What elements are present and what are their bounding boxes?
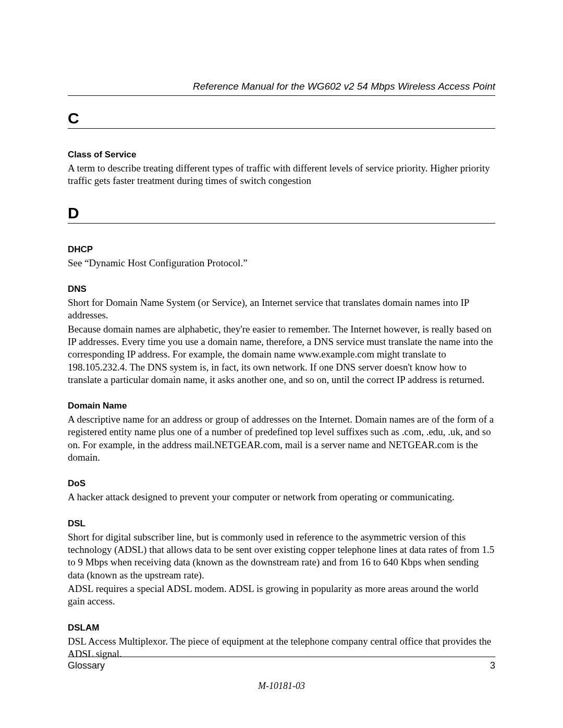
footer-document-number: M-10181-03 xyxy=(68,681,495,692)
glossary-entry: DoS A hacker attack designed to prevent … xyxy=(68,478,495,503)
footer-row: Glossary 3 xyxy=(68,657,495,671)
definition-paragraph: ADSL requires a special ADSL modem. ADSL… xyxy=(68,583,495,608)
glossary-definition: Short for digital subscriber line, but i… xyxy=(68,531,495,608)
glossary-term: DoS xyxy=(68,478,495,489)
definition-paragraph: Short for digital subscriber line, but i… xyxy=(68,531,495,582)
glossary-term: Domain Name xyxy=(68,401,495,411)
definition-paragraph: Short for Domain Name System (or Service… xyxy=(68,297,495,322)
glossary-entry: DNS Short for Domain Name System (or Ser… xyxy=(68,284,495,386)
glossary-term: DNS xyxy=(68,284,495,294)
glossary-entry: DSL Short for digital subscriber line, b… xyxy=(68,519,495,608)
glossary-page: Reference Manual for the WG602 v2 54 Mbp… xyxy=(0,0,563,728)
definition-paragraph: Because domain names are alphabetic, the… xyxy=(68,323,495,387)
glossary-definition: A hacker attack designed to prevent your… xyxy=(68,491,495,503)
glossary-entry: Class of Service A term to describe trea… xyxy=(68,150,495,188)
glossary-term: Class of Service xyxy=(68,150,495,160)
section-heading-d: D xyxy=(68,205,495,224)
glossary-term: DHCP xyxy=(68,244,495,255)
glossary-entry: Domain Name A descriptive name for an ad… xyxy=(68,401,495,464)
glossary-definition: A descriptive name for an address or gro… xyxy=(68,413,495,464)
definition-paragraph: A descriptive name for an address or gro… xyxy=(68,413,495,464)
page-footer: Glossary 3 M-10181-03 xyxy=(68,657,495,692)
glossary-definition: Short for Domain Name System (or Service… xyxy=(68,297,495,386)
definition-paragraph: A hacker attack designed to prevent your… xyxy=(68,491,495,503)
section-heading-c: C xyxy=(68,110,495,129)
glossary-entry: DHCP See “Dynamic Host Configuration Pro… xyxy=(68,244,495,269)
glossary-term: DSL xyxy=(68,519,495,529)
glossary-term: DSLAM xyxy=(68,623,495,633)
definition-paragraph: A term to describe treating different ty… xyxy=(68,162,495,188)
document-header-title: Reference Manual for the WG602 v2 54 Mbp… xyxy=(68,81,495,96)
glossary-definition: A term to describe treating different ty… xyxy=(68,162,495,188)
glossary-entry: DSLAM DSL Access Multiplexor. The piece … xyxy=(68,623,495,661)
definition-paragraph: See “Dynamic Host Configuration Protocol… xyxy=(68,257,495,269)
footer-page-number: 3 xyxy=(490,660,495,671)
glossary-definition: See “Dynamic Host Configuration Protocol… xyxy=(68,257,495,269)
footer-section-name: Glossary xyxy=(68,660,105,671)
